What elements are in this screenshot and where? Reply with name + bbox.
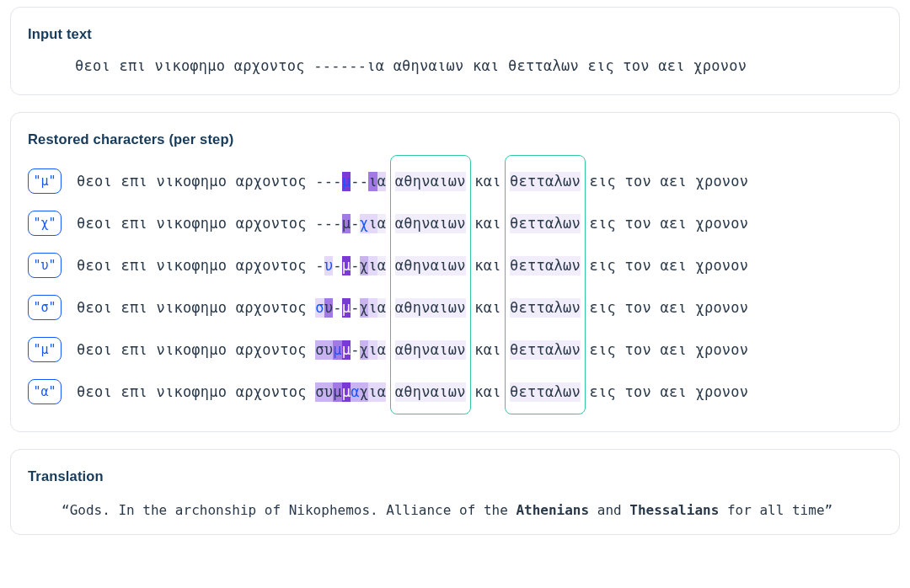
step-row: "σ"θεοι επι νικοφημο αρχοντος συ-μ-χια α…	[28, 286, 882, 329]
core-char: α	[377, 214, 387, 233]
step-pill: "σ"	[28, 295, 62, 320]
step-pill: "υ"	[28, 253, 62, 278]
step-pill: "μ"	[28, 337, 62, 362]
core-char: χ	[360, 256, 369, 275]
step-prefix: θεοι επι νικοφημο αρχοντος	[77, 298, 315, 318]
step-row: "μ"θεοι επι νικοφημο αρχοντος ---μ--ια α…	[28, 160, 882, 202]
word-athenians: αθηναιων	[395, 256, 466, 275]
word-and: και	[466, 172, 510, 191]
translation-segment: and	[589, 502, 629, 518]
core-char: -	[333, 172, 342, 191]
step-row: "υ"θεοι επι νικοφημο αρχοντος -υ-μ-χια α…	[28, 244, 882, 286]
core-char: χ	[360, 214, 369, 233]
translation-bold-thessalians: Thessalians	[629, 502, 719, 518]
input-card: Input text θεοι επι νικοφημο αρχοντος --…	[10, 7, 900, 95]
core-char: υ	[324, 298, 334, 318]
word-and: και	[466, 214, 510, 233]
restored-card: Restored characters (per step) "μ"θεοι ε…	[10, 112, 900, 432]
core-char: μ	[342, 298, 351, 318]
core-char: -	[324, 214, 334, 233]
core-char: μ	[342, 340, 351, 360]
space	[386, 172, 395, 191]
step-pill-label: "χ"	[33, 215, 56, 232]
word-and: και	[466, 298, 510, 318]
word-and: και	[466, 382, 510, 402]
word-thessalians: θετταλων	[510, 256, 581, 275]
step-pill-label: "α"	[33, 383, 56, 400]
core-char: χ	[360, 382, 369, 402]
word-thessalians: θετταλων	[510, 340, 581, 360]
core-char: -	[333, 256, 342, 275]
step-pill-label: "υ"	[33, 257, 56, 274]
input-title: Input text	[28, 21, 882, 50]
word-and: και	[466, 340, 510, 360]
step-line: θεοι επι νικοφημο αρχοντος ---μ-χια αθην…	[77, 214, 748, 233]
core-char: ι	[368, 340, 377, 360]
step-prefix: θεοι επι νικοφημο αρχοντος	[77, 340, 315, 360]
core-char: -	[351, 172, 360, 191]
core-char: -	[351, 340, 360, 360]
space	[386, 214, 395, 233]
step-prefix: θεοι επι νικοφημο αρχοντος	[77, 256, 315, 275]
core-char: -	[351, 256, 360, 275]
core-char: α	[377, 382, 387, 402]
core-char: -	[333, 298, 342, 318]
core-char: ι	[368, 256, 377, 275]
core-char: μ	[342, 256, 351, 275]
core-char: μ	[333, 382, 342, 402]
step-row: "α"θεοι επι νικοφημο αρχοντος συμμαχια α…	[28, 371, 882, 413]
word-thessalians: θετταλων	[510, 382, 581, 402]
translation-card: Translation “Gods. In the archonship of …	[10, 449, 900, 535]
core-char: μ	[342, 382, 351, 402]
word-athenians: αθηναιων	[395, 214, 466, 233]
core-char: α	[377, 172, 387, 191]
core-char: α	[377, 298, 387, 318]
page: Input text θεοι επι νικοφημο αρχοντος --…	[0, 0, 910, 564]
translation-bold-athenians: Athenians	[516, 502, 589, 518]
step-prefix: θεοι επι νικοφημο αρχοντος	[77, 214, 315, 233]
core-char: χ	[360, 298, 369, 318]
core-char: -	[315, 256, 324, 275]
core-char: μ	[342, 172, 351, 191]
step-line: θεοι επι νικοφημο αρχοντος συ-μ-χια αθην…	[77, 298, 748, 318]
word-athenians: αθηναιων	[395, 340, 466, 360]
step-suffix: εις τον αει χρονον	[581, 172, 748, 191]
restored-steps: "μ"θεοι επι νικοφημο αρχοντος ---μ--ια α…	[28, 155, 882, 414]
step-prefix: θεοι επι νικοφημο αρχοντος	[77, 382, 315, 402]
core-char: -	[351, 214, 360, 233]
step-suffix: εις τον αει χρονον	[581, 214, 748, 233]
core-char: α	[351, 382, 360, 402]
word-thessalians: θετταλων	[510, 172, 581, 191]
step-pill: "α"	[28, 379, 62, 404]
core-char: υ	[324, 382, 334, 402]
word-and: και	[466, 256, 510, 275]
translation-segment: “Gods. In the archonship of Nikophemos. …	[62, 502, 516, 518]
core-char: χ	[360, 340, 369, 360]
step-line: θεοι επι νικοφημο αρχοντος ---μ--ια αθην…	[77, 172, 748, 191]
core-char: -	[360, 172, 369, 191]
core-char: -	[315, 172, 324, 191]
word-thessalians: θετταλων	[510, 214, 581, 233]
step-suffix: εις τον αει χρονον	[581, 340, 748, 360]
core-char: -	[351, 298, 360, 318]
step-line: θεοι επι νικοφημο αρχοντος -υ-μ-χια αθην…	[77, 256, 748, 275]
core-char: μ	[342, 214, 351, 233]
word-thessalians: θετταλων	[510, 298, 581, 318]
core-char: σ	[315, 382, 324, 402]
step-row: "χ"θεοι επι νικοφημο αρχοντος ---μ-χια α…	[28, 202, 882, 244]
step-pill: "χ"	[28, 211, 62, 236]
step-pill-label: "σ"	[33, 299, 56, 316]
core-char: υ	[324, 256, 334, 275]
step-line: θεοι επι νικοφημο αρχοντος συμμαχια αθην…	[77, 382, 748, 402]
word-athenians: αθηναιων	[395, 382, 466, 402]
translation-segment: for all time”	[719, 502, 832, 518]
core-char: ι	[368, 172, 377, 191]
space	[386, 256, 395, 275]
input-text: θεοι επι νικοφημο αρχοντος ------ια αθην…	[28, 50, 882, 78]
core-char: -	[324, 172, 334, 191]
core-char: μ	[333, 340, 342, 360]
core-char: -	[333, 214, 342, 233]
core-char: α	[377, 340, 387, 360]
step-pill-label: "μ"	[33, 341, 56, 358]
step-prefix: θεοι επι νικοφημο αρχοντος	[77, 172, 315, 191]
